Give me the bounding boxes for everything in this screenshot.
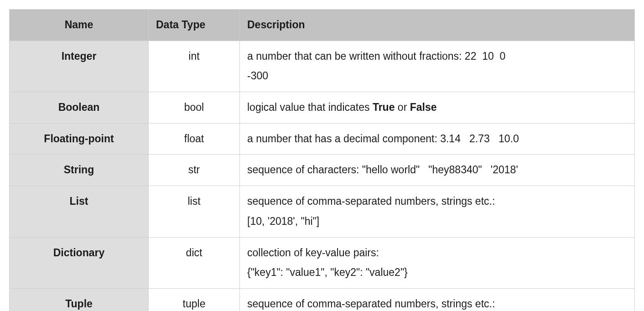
- header-desc: Description: [240, 10, 635, 41]
- cell-name: Tuple: [10, 288, 149, 311]
- table-row: Floating-point float a number that has a…: [10, 123, 635, 155]
- table-row: Boolean bool logical value that indicate…: [10, 92, 635, 124]
- cell-name: Integer: [10, 41, 149, 92]
- cell-desc: collection of key-value pairs:{"key1": "…: [240, 237, 635, 288]
- cell-type: tuple: [149, 288, 240, 311]
- cell-desc: sequence of comma-separated numbers, str…: [240, 288, 635, 311]
- cell-name: Floating-point: [10, 123, 149, 155]
- cell-type: str: [149, 155, 240, 186]
- table-header-row: Name Data Type Description: [10, 10, 635, 41]
- cell-type: list: [149, 186, 240, 237]
- cell-type: dict: [149, 237, 240, 288]
- table-row: Integer int a number that can be written…: [10, 41, 635, 92]
- header-type: Data Type: [149, 10, 240, 41]
- cell-name: Dictionary: [10, 237, 149, 288]
- cell-desc: logical value that indicates True or Fal…: [240, 92, 635, 124]
- cell-type: int: [149, 41, 240, 92]
- cell-desc: a number that can be written without fra…: [240, 41, 635, 92]
- cell-desc: sequence of comma-separated numbers, str…: [240, 186, 635, 237]
- cell-type: bool: [149, 92, 240, 124]
- cell-name: Boolean: [10, 92, 149, 124]
- table-row: Tuple tuple sequence of comma-separated …: [10, 288, 635, 311]
- table-row: List list sequence of comma-separated nu…: [10, 186, 635, 237]
- table-row: String str sequence of characters: "hell…: [10, 155, 635, 186]
- cell-name: List: [10, 186, 149, 237]
- cell-desc: sequence of characters: "hello world" "h…: [240, 155, 635, 186]
- cell-name: String: [10, 155, 149, 186]
- cell-type: float: [149, 123, 240, 155]
- table-row: Dictionary dict collection of key-value …: [10, 237, 635, 288]
- data-types-table: Name Data Type Description Integer int a…: [9, 9, 635, 311]
- header-name: Name: [10, 10, 149, 41]
- cell-desc: a number that has a decimal component: 3…: [240, 123, 635, 155]
